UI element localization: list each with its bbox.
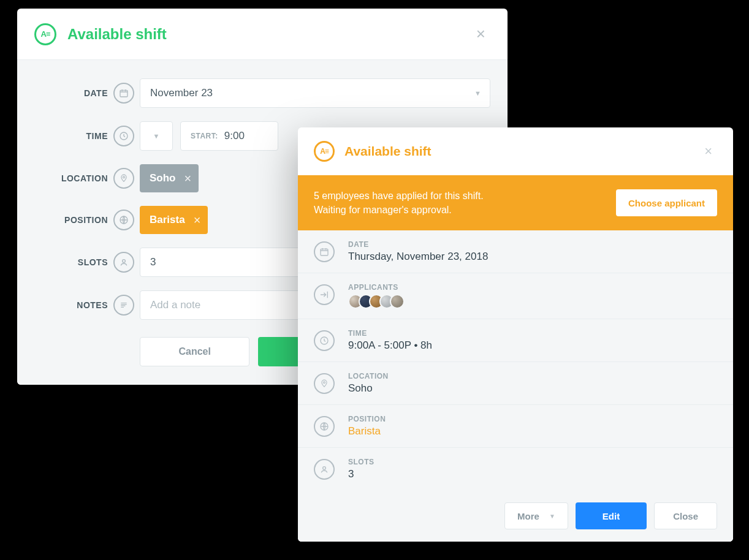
detail-footer: More ▼ Edit Close bbox=[298, 490, 733, 542]
svg-rect-0 bbox=[120, 90, 127, 97]
svg-point-4 bbox=[123, 260, 126, 263]
date-value: November 23 bbox=[150, 87, 213, 99]
detail-date-value: Thursday, November 23, 2018 bbox=[348, 251, 717, 263]
detail-title: Available shift bbox=[344, 144, 699, 159]
detail-row-location: LOCATION Soho bbox=[298, 362, 733, 405]
form-title: Available shift bbox=[67, 26, 471, 43]
applicant-avatars bbox=[348, 294, 717, 309]
date-select[interactable]: November 23 ▼ bbox=[140, 78, 490, 108]
brand-logo-icon: A≡ bbox=[34, 23, 56, 45]
chevron-down-icon: ▼ bbox=[549, 513, 555, 520]
detail-date-label: DATE bbox=[348, 240, 717, 249]
detail-row-time: TIME 9:00A - 5:00P • 8h bbox=[298, 319, 733, 362]
detail-position-label: POSITION bbox=[348, 415, 717, 423]
brand-logo-icon: A≡ bbox=[314, 141, 335, 162]
svg-point-2 bbox=[123, 176, 125, 178]
detail-header: A≡ Available shift × bbox=[298, 127, 733, 175]
time-template-select[interactable]: ▼ bbox=[140, 121, 173, 151]
briefcase-icon bbox=[314, 416, 335, 437]
detail-row-date: DATE Thursday, November 23, 2018 bbox=[298, 230, 733, 273]
label-notes: NOTES bbox=[34, 300, 108, 310]
detail-time-value: 9:00A - 5:00P • 8h bbox=[348, 339, 717, 352]
location-chip: Soho × bbox=[140, 164, 199, 192]
arrow-in-icon bbox=[314, 284, 335, 305]
position-chip: Barista × bbox=[140, 206, 208, 234]
close-button[interactable]: Close bbox=[654, 502, 717, 529]
more-button[interactable]: More ▼ bbox=[504, 502, 568, 529]
person-icon bbox=[314, 459, 335, 480]
detail-applicants-label: APPLICANTS bbox=[348, 283, 717, 292]
more-label: More bbox=[517, 511, 539, 521]
detail-row-position: POSITION Barista bbox=[298, 405, 733, 448]
row-date: DATE November 23 ▼ bbox=[34, 78, 490, 108]
slots-value: 3 bbox=[150, 256, 156, 268]
applicants-banner: 5 employees have applied for this shift.… bbox=[298, 175, 733, 230]
label-position: POSITION bbox=[34, 215, 108, 225]
chevron-down-icon: ▼ bbox=[474, 89, 481, 97]
start-time-input[interactable]: START: 9:00 bbox=[180, 121, 278, 151]
chevron-down-icon: ▼ bbox=[153, 132, 160, 140]
label-date: DATE bbox=[34, 88, 108, 98]
shift-detail-modal: A≡ Available shift × 5 employees have ap… bbox=[298, 127, 733, 542]
detail-slots-label: SLOTS bbox=[348, 458, 717, 466]
clock-icon bbox=[113, 126, 134, 146]
banner-text: 5 employees have applied for this shift.… bbox=[314, 189, 604, 217]
cancel-button[interactable]: Cancel bbox=[140, 337, 249, 366]
location-chip-text: Soho bbox=[150, 172, 176, 184]
remove-position-icon[interactable]: × bbox=[194, 213, 201, 227]
svg-rect-5 bbox=[321, 249, 328, 256]
remove-location-icon[interactable]: × bbox=[184, 172, 192, 186]
pin-icon bbox=[314, 373, 335, 394]
position-chip-text: Barista bbox=[150, 214, 185, 226]
svg-point-9 bbox=[323, 467, 326, 470]
label-slots: SLOTS bbox=[34, 257, 108, 267]
detail-row-applicants: APPLICANTS bbox=[298, 273, 733, 319]
detail-row-slots: SLOTS 3 bbox=[298, 448, 733, 490]
label-location: LOCATION bbox=[34, 173, 108, 183]
start-label: START: bbox=[191, 132, 218, 140]
person-icon bbox=[113, 252, 134, 273]
detail-time-label: TIME bbox=[348, 329, 717, 338]
notes-icon bbox=[113, 295, 134, 316]
choose-applicant-button[interactable]: Choose applicant bbox=[616, 189, 717, 216]
avatar[interactable] bbox=[390, 294, 405, 309]
detail-slots-value: 3 bbox=[348, 468, 717, 480]
clock-icon bbox=[314, 330, 335, 351]
detail-list: DATE Thursday, November 23, 2018 APPLICA… bbox=[298, 230, 733, 542]
close-icon[interactable]: × bbox=[471, 22, 490, 46]
svg-point-7 bbox=[324, 382, 325, 384]
close-label: Close bbox=[673, 511, 698, 521]
detail-location-label: LOCATION bbox=[348, 372, 717, 380]
pin-icon bbox=[113, 168, 134, 189]
edit-button[interactable]: Edit bbox=[576, 502, 647, 529]
form-header: A≡ Available shift × bbox=[17, 9, 508, 60]
label-time: TIME bbox=[34, 131, 108, 141]
start-value: 9:00 bbox=[224, 130, 245, 142]
banner-line-1: 5 employees have applied for this shift. bbox=[314, 189, 604, 203]
detail-location-value: Soho bbox=[348, 382, 717, 395]
calendar-icon bbox=[113, 83, 134, 104]
calendar-icon bbox=[314, 241, 335, 262]
briefcase-icon bbox=[113, 210, 134, 230]
detail-position-value: Barista bbox=[348, 425, 717, 437]
banner-line-2: Waiting for manager's approval. bbox=[314, 203, 604, 217]
close-icon[interactable]: × bbox=[699, 141, 717, 162]
